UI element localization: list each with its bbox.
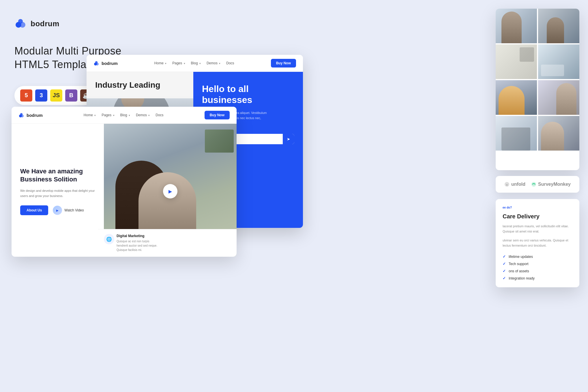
- hero-title: We Have an amazing Bussiness Solition: [20, 167, 95, 184]
- feature-text: Digital Marketing Quisque ac est non tur…: [117, 234, 157, 252]
- check-icon-1: ✓: [503, 254, 506, 259]
- nav-docs-mid[interactable]: Docs: [226, 61, 234, 65]
- hero-buttons: About Us ▶ Watch Video: [20, 205, 95, 215]
- nav-links-mid: Home ▾ Pages ▾ Blog ▾ Demos ▾ Docs: [154, 61, 234, 65]
- play-btn-center[interactable]: ▶: [163, 184, 177, 198]
- feature-bar: 🌐 Digital Marketing Quisque ac est non t…: [98, 229, 237, 257]
- svg-text:u: u: [506, 183, 508, 186]
- card-main: bodrum Home ▾ Pages ▾ Blog ▾ Demos ▾ Doc…: [12, 107, 237, 257]
- nav-blog-mid[interactable]: Blog ▾: [191, 61, 201, 65]
- nav-pages-main[interactable]: Pages ▾: [102, 113, 114, 117]
- check-icon-3: ✓: [503, 269, 506, 273]
- bootstrap-badge: B: [65, 89, 77, 102]
- nav-home-main[interactable]: Home ▾: [84, 113, 96, 117]
- unfold-logo-icon: u: [504, 182, 510, 187]
- mid-hello-text: Hello to all businesses: [202, 83, 294, 106]
- care-delivery-title: Care Delivery: [503, 213, 572, 220]
- nav-brand-mid: bodrum: [93, 60, 118, 66]
- buy-now-btn-mid[interactable]: Buy Now: [271, 59, 296, 67]
- photo-cell-1: [496, 9, 537, 43]
- nav-home-mid[interactable]: Home ▾: [154, 61, 166, 65]
- logos-bar: u unfold SurveyMonkey: [496, 176, 579, 193]
- photo-cell-8: [538, 116, 579, 151]
- care-item-integration: ✓ Integration ready: [503, 276, 572, 280]
- unfold-logo: u unfold: [504, 182, 525, 187]
- nav-logo-mid: [93, 60, 99, 66]
- card-photo-grid: [496, 9, 579, 170]
- care-item-tech-support: ✓ Tech support: [503, 262, 572, 266]
- brand-logo: bodrum: [14, 17, 147, 30]
- photo-cell-4: [538, 44, 579, 79]
- hero-subtitle: We design and develop mobile apps that d…: [20, 188, 95, 198]
- photo-grid: [496, 9, 579, 151]
- check-icon-4: ✓: [503, 276, 506, 280]
- care-desc-1: lacerat pretium mauris, vel sollicitudin…: [503, 224, 572, 234]
- nav-brand-main: bodrum: [18, 112, 43, 118]
- html5-badge: 5: [20, 89, 32, 102]
- care-features-list: ✓ lifetime updates ✓ Tech support ✓ ons …: [503, 254, 572, 280]
- nav-logo-main: [18, 112, 24, 118]
- photo-cell-7: [496, 116, 537, 151]
- nav-links-main: Home ▾ Pages ▾ Blog ▾ Demos ▾ Docs: [84, 113, 164, 117]
- css3-badge: 3: [35, 89, 47, 102]
- email-submit-btn[interactable]: ➤: [283, 134, 294, 144]
- care-item-lifetime: ✓ lifetime updates: [503, 254, 572, 259]
- bodrum-logo-icon: [14, 17, 27, 30]
- buy-now-btn-main[interactable]: Buy Now: [205, 111, 230, 119]
- watch-video-btn[interactable]: ▶ Watch Video: [53, 206, 84, 215]
- feature-title: Digital Marketing: [117, 234, 157, 238]
- digital-marketing-feature: 🌐 Digital Marketing Quisque ac est non t…: [104, 234, 231, 252]
- js-badge: JS: [50, 89, 62, 102]
- photo-cell-2: [538, 9, 579, 43]
- check-icon-2: ✓: [503, 262, 506, 266]
- nav-blog-main[interactable]: Blog ▾: [120, 113, 130, 117]
- photo-cell-3: [496, 44, 537, 79]
- svg-point-5: [531, 182, 536, 187]
- svg-point-8: [95, 61, 98, 63]
- hero-left: We Have an amazing Bussiness Solition We…: [12, 124, 104, 257]
- photo-cell-6: [538, 80, 579, 115]
- card-mid-navbar: bodrum Home ▾ Pages ▾ Blog ▾ Demos ▾ Doc…: [87, 55, 303, 72]
- feature-desc: Quisque ac est non turpis hendrerit auct…: [117, 239, 157, 252]
- survey-monkey-logo: SurveyMonkey: [531, 182, 571, 187]
- nav-docs-main[interactable]: Docs: [156, 113, 163, 117]
- card-main-navbar: bodrum Home ▾ Pages ▾ Blog ▾ Demos ▾ Doc…: [12, 107, 237, 124]
- photo-cell-5: [496, 80, 537, 115]
- card-care-delivery: ee do? Care Delivery lacerat pretium mau…: [496, 199, 579, 287]
- svg-point-2: [18, 19, 23, 24]
- feature-icon: 🌐: [104, 234, 114, 244]
- industry-leading-title: Industry Leading: [87, 72, 196, 95]
- care-desc-2: ulvinar sem eu orci varius vehicula. Qui…: [503, 238, 572, 248]
- play-icon: ▶: [53, 206, 62, 215]
- survey-monkey-icon: [531, 182, 536, 187]
- nav-demos-main[interactable]: Demos ▾: [136, 113, 150, 117]
- what-we-do-label: ee do?: [503, 206, 572, 209]
- nav-pages-mid[interactable]: Pages ▾: [172, 61, 185, 65]
- care-item-assets: ✓ ons of assets: [503, 269, 572, 273]
- brand-name-left: bodrum: [31, 19, 59, 28]
- nav-demos-mid[interactable]: Demos ▾: [207, 61, 220, 65]
- about-us-btn[interactable]: About Us: [20, 205, 48, 215]
- svg-point-11: [20, 113, 23, 115]
